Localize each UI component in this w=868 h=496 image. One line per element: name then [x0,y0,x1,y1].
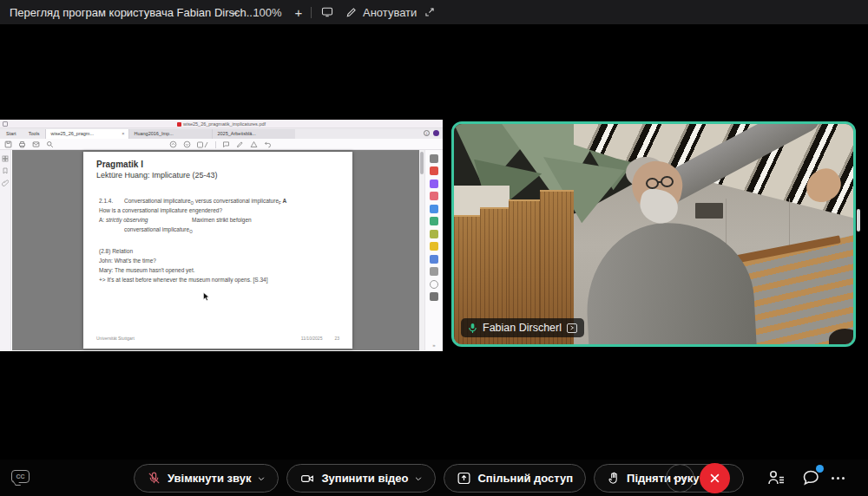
video-tile-fabian[interactable]: Fabian Dirscherl [451,121,856,347]
meeting-stage: wise25_26_pragmatik_implicatures.pdf Sta… [0,24,868,460]
thumbnails-icon[interactable] [2,155,9,162]
chat-notification-badge [816,465,824,473]
slide-page: Pragmatik I Lektüre Huang: Implicature (… [83,152,352,349]
edit-pdf-icon[interactable] [430,179,438,188]
zoom-level[interactable]: 100% [248,0,286,24]
stamp-icon[interactable] [250,140,258,148]
scrollbar-thumb[interactable] [420,152,424,174]
zoom-in-button[interactable]: + [288,0,309,24]
create-pdf-icon[interactable] [430,192,438,200]
topbar-divider [311,7,312,18]
chevron-down-icon[interactable] [257,474,266,483]
mouse-cursor [203,292,209,301]
zoom-out-button[interactable]: − [224,0,245,24]
rail-collapse-icon[interactable]: » [425,343,443,348]
comment-tool-icon[interactable] [430,205,438,213]
annotate-label: Анотувати [363,6,417,19]
leave-meeting-button[interactable] [700,463,730,493]
comment-icon[interactable] [222,140,230,148]
monitor-icon [320,6,334,18]
attachments-icon[interactable] [2,179,9,186]
shared-screen-title: Перегляд програм користувача Fabian Dirs… [10,6,256,19]
account-avatar[interactable] [433,130,439,136]
meeting-controls-bar: CC Увімкнути звук Зупинити відео Спільни… [0,460,868,496]
meeting-topbar: Перегляд програм користувача Fabian Dirs… [0,0,868,24]
print-production-icon[interactable] [430,292,438,301]
save-icon[interactable] [4,140,12,148]
page-number-box-icon[interactable] [197,141,209,148]
annotate-button[interactable]: Анотувати [342,0,420,24]
pdf-tools-rail: » [424,150,443,350]
participant-name: Fabian Dirscherl [483,322,562,334]
fill-sign-icon[interactable] [430,267,438,276]
search-tool-icon[interactable] [430,154,438,163]
slide-subtitle: Lektüre Huang: Implicature (25-43) [96,171,218,179]
right-scroll-handle[interactable] [857,209,860,232]
print-icon[interactable] [18,140,26,148]
chevron-down-icon[interactable] [414,474,423,483]
cc-icon: CC [16,473,24,480]
close-icon[interactable]: × [122,131,124,139]
doc-tab-huang[interactable]: Huang2016_Imp... [128,129,212,139]
close-icon [708,472,721,485]
participant-menu-icon[interactable] [567,323,577,333]
line-a: A: strictly observing [99,217,148,223]
unmute-button[interactable]: Увімкнути звук [134,464,279,493]
mic-muted-icon [147,471,161,486]
tab-start[interactable]: Start [0,128,23,139]
shared-pdf-window: wise25_26_pragmatik_implicatures.pdf Sta… [0,120,443,351]
line-how: How is a conversational implicature enge… [99,207,222,213]
participants-button[interactable] [766,467,786,488]
relation-john: John: What's the time? [99,258,156,264]
pdf-body: Pragmatik I Lektüre Huang: Implicature (… [0,150,443,350]
mail-icon[interactable] [32,140,40,148]
relation-implicature: +> It's at least before whenever the mus… [99,277,268,283]
slide-footer: Universität Stuttgart 11/10/2025 23 [96,336,339,341]
share-screen-icon [457,471,471,486]
protect-pdf-icon[interactable] [430,255,438,264]
fullscreen-button[interactable] [418,0,441,24]
more-tools-icon[interactable] [430,280,438,289]
acrobat-icon [177,122,181,127]
captions-button[interactable]: CC [11,470,30,483]
export-pdf-icon[interactable] [430,166,438,175]
bookmarks-icon[interactable] [2,167,9,174]
expand-icon [424,6,436,18]
ellipsis-icon [832,477,845,480]
pen-icon [345,6,358,18]
doc-tab-arbeitsblatt[interactable]: 2025_Arbeitsblä... [212,129,295,139]
combine-files-icon[interactable] [430,217,438,225]
page-down-icon[interactable] [183,140,191,148]
mic-on-icon [468,323,477,334]
audience-head [829,329,853,344]
more-options-button[interactable] [666,464,694,493]
relation-mary: Mary: The museum hasn't opened yet. [99,267,195,273]
section-line: Conversational implicatureO versus conve… [124,198,286,206]
search-icon[interactable] [46,140,54,148]
ellipsis-icon [674,477,687,480]
relation-heading: (2.8) Relation [99,248,133,254]
doc-tab-implicatures[interactable]: wise25_26_pragm... × [45,129,128,139]
footer-page-number: 23 [334,336,339,341]
section-number: 2.1.4. [99,198,113,204]
pdf-titlebar: wise25_26_pragmatik_implicatures.pdf [0,120,443,128]
wall-speaker [695,203,723,219]
participant-name-tag[interactable]: Fabian Dirscherl [461,318,584,337]
chat-button[interactable] [800,467,821,488]
video-scene [454,124,853,344]
highlight-icon[interactable] [236,140,244,148]
pdf-tabbar: Start Tools wise25_26_pragm... × Huang20… [0,128,443,139]
stop-video-button[interactable]: Зупинити відео [286,464,436,493]
tab-tools[interactable]: Tools [23,128,46,139]
undo-icon[interactable] [264,140,272,148]
notifications-icon[interactable]: i [424,130,430,136]
more-right-button[interactable] [832,477,845,480]
screen-options-button[interactable] [316,0,339,24]
share-screen-button[interactable]: Спільний доступ [444,464,586,493]
page-up-icon[interactable] [169,140,177,148]
footer-institution: Universität Stuttgart [96,336,135,341]
line-a-right: Maximen strikt befolgen [192,217,252,223]
glasses-icon [646,176,678,192]
organize-pages-icon[interactable] [430,230,438,238]
compress-pdf-icon[interactable] [430,242,438,251]
